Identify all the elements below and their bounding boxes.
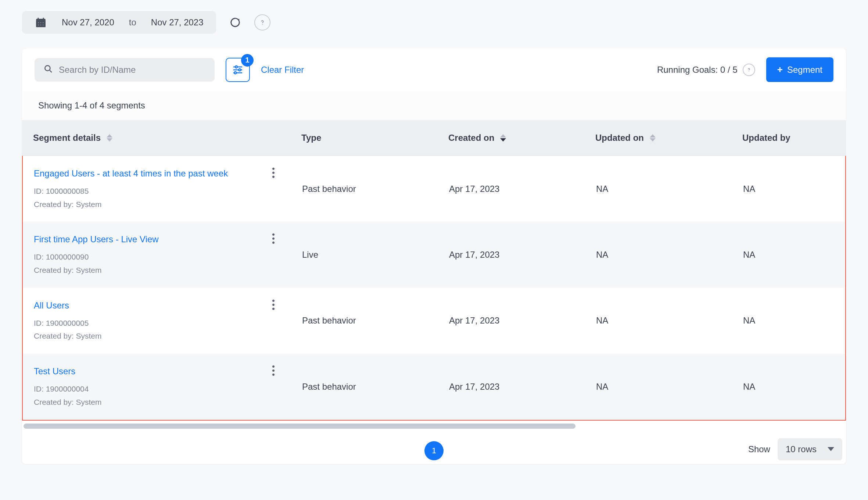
rows-per-page-select[interactable]: 10 rows [778, 438, 842, 460]
cell-updated-on: NA [585, 354, 732, 419]
help-icon[interactable] [254, 14, 270, 31]
svg-point-18 [238, 69, 241, 71]
table-row: Engaged Users - at least 4 times in the … [23, 156, 845, 222]
cell-updated-on: NA [585, 156, 732, 222]
search-input-wrap[interactable] [35, 58, 215, 82]
col-segment-details[interactable]: Segment details [22, 120, 290, 156]
sort-icon [107, 134, 112, 142]
svg-line-14 [50, 70, 51, 72]
segment-meta: ID: 1000000085Created by: System [34, 185, 262, 211]
plus-icon: + [777, 64, 783, 75]
cell-type: Past behavior [291, 288, 438, 354]
new-segment-label: Segment [787, 65, 822, 75]
col-type[interactable]: Type [290, 120, 437, 156]
results-summary: Showing 1-4 of 4 segments [22, 91, 846, 120]
cell-updated-by: NA [732, 156, 845, 222]
cell-type: Past behavior [291, 354, 438, 419]
cell-created-on: Apr 17, 2023 [438, 354, 585, 419]
segment-meta: ID: 1000000090Created by: System [34, 250, 262, 276]
table-row: Test Users ID: 1900000004Created by: Sys… [23, 354, 845, 419]
row-actions-menu[interactable] [267, 166, 280, 179]
svg-point-21 [749, 71, 749, 72]
svg-rect-9 [42, 24, 44, 26]
refresh-button[interactable] [227, 14, 243, 31]
cell-type: Live [291, 222, 438, 288]
segment-name-link[interactable]: Test Users [34, 365, 262, 378]
cell-type: Past behavior [291, 156, 438, 222]
cell-created-on: Apr 17, 2023 [438, 156, 585, 222]
horizontal-scrollbar[interactable] [24, 424, 575, 429]
row-actions-menu[interactable] [267, 232, 280, 245]
segments-card: 1 Clear Filter Running Goals: 0 / 5 + Se… [22, 49, 846, 464]
table-row: All Users ID: 1900000005Created by: Syst… [23, 288, 845, 354]
svg-point-16 [235, 66, 237, 68]
svg-point-13 [45, 65, 50, 71]
col-created-on[interactable]: Created on [437, 120, 584, 156]
svg-rect-8 [40, 24, 42, 26]
cell-updated-on: NA [585, 222, 732, 288]
date-to: Nov 27, 2023 [151, 17, 204, 28]
segment-meta: ID: 1900000005Created by: System [34, 317, 262, 343]
segment-meta: ID: 1900000004Created by: System [34, 382, 262, 408]
help-icon[interactable] [743, 64, 755, 76]
cell-updated-by: NA [732, 354, 845, 419]
date-range-picker[interactable]: Nov 27, 2020 to Nov 27, 2023 [22, 11, 216, 34]
row-actions-menu[interactable] [267, 364, 280, 377]
sort-icon [500, 134, 506, 142]
segment-name-link[interactable]: First time App Users - Live View [34, 233, 262, 246]
filter-button[interactable]: 1 [226, 58, 250, 82]
page-number[interactable]: 1 [424, 441, 444, 460]
cell-updated-by: NA [732, 222, 845, 288]
svg-rect-5 [40, 22, 42, 24]
filter-count-badge: 1 [241, 54, 254, 67]
svg-rect-6 [42, 22, 44, 24]
svg-rect-7 [38, 24, 39, 26]
cell-updated-by: NA [732, 288, 845, 354]
segment-name-link[interactable]: All Users [34, 299, 262, 312]
new-segment-button[interactable]: + Segment [766, 57, 833, 82]
cell-created-on: Apr 17, 2023 [438, 222, 585, 288]
sort-icon [650, 134, 656, 142]
date-from: Nov 27, 2020 [62, 17, 114, 28]
cell-updated-on: NA [585, 288, 732, 354]
svg-point-20 [234, 72, 236, 74]
col-updated-on[interactable]: Updated on [584, 120, 731, 156]
date-separator: to [129, 17, 136, 28]
table-row: First time App Users - Live View ID: 100… [23, 222, 845, 288]
search-input[interactable] [59, 65, 206, 75]
clear-filter-link[interactable]: Clear Filter [261, 65, 304, 75]
rows-show-label: Show [748, 444, 770, 454]
segment-name-link[interactable]: Engaged Users - at least 4 times in the … [34, 167, 262, 180]
cell-created-on: Apr 17, 2023 [438, 288, 585, 354]
segments-table: Segment details Type Created on [22, 120, 846, 156]
running-goals-label: Running Goals: 0 / 5 [657, 64, 755, 76]
svg-rect-4 [38, 22, 39, 24]
calendar-icon [35, 16, 47, 29]
chevron-down-icon [828, 447, 834, 451]
row-actions-menu[interactable] [267, 298, 280, 311]
svg-point-12 [262, 24, 263, 25]
col-updated-by[interactable]: Updated by [731, 120, 846, 156]
search-icon [43, 64, 53, 76]
